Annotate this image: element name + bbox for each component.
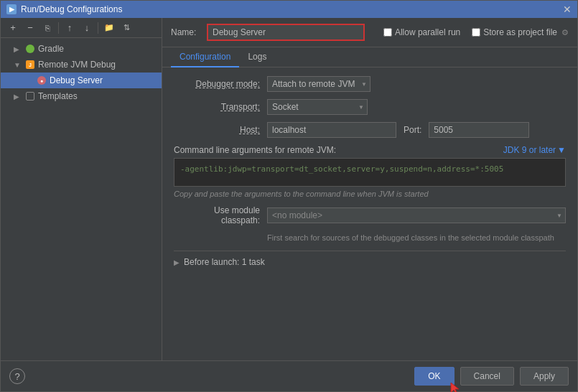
jdk-arrow-icon: ▼ bbox=[557, 145, 566, 155]
before-launch-label: Before launch: 1 task bbox=[184, 257, 265, 267]
store-as-project-input[interactable] bbox=[472, 28, 480, 37]
cmd-header: Command line arguments for remote JVM: J… bbox=[174, 145, 566, 155]
templates-arrow-icon: ▶ bbox=[14, 93, 22, 101]
host-port-row: Host: Port: bbox=[174, 122, 566, 138]
name-label: Name: bbox=[171, 27, 200, 37]
transport-label: Transport: bbox=[174, 102, 260, 112]
dialog-icon: ▶ bbox=[6, 4, 17, 14]
copy-config-button[interactable]: ⎘ bbox=[39, 20, 55, 36]
module-select-wrapper: <no module> bbox=[267, 207, 566, 223]
gear-icon: ⚙ bbox=[561, 28, 569, 37]
sidebar-item-gradle[interactable]: ▶ Gradle bbox=[1, 41, 162, 57]
host-input[interactable] bbox=[267, 122, 396, 138]
module-hint: First search for sources of the debugged… bbox=[174, 233, 566, 243]
allow-parallel-label: Allow parallel run bbox=[395, 27, 460, 37]
module-row: Use module classpath: <no module> bbox=[174, 205, 566, 225]
tab-logs[interactable]: Logs bbox=[239, 47, 275, 67]
sidebar-item-templates[interactable]: ▶ Templates bbox=[1, 88, 162, 104]
transport-select-wrapper: Socket Shared memory bbox=[267, 99, 368, 115]
top-checkboxes: Allow parallel run Store as project file… bbox=[383, 27, 569, 37]
ok-wrapper: OK bbox=[414, 367, 454, 386]
allow-parallel-checkbox[interactable]: Allow parallel run bbox=[383, 27, 460, 37]
remove-config-button[interactable]: − bbox=[22, 20, 38, 36]
jvm-icon: J bbox=[25, 60, 35, 70]
dialog-body: + − ⎘ ↑ ↓ 📁 ⇅ ▶ Gradle bbox=[1, 18, 577, 360]
debugger-mode-select[interactable]: Attach to remote JVM Listen to remote JV… bbox=[267, 76, 370, 92]
module-select[interactable]: <no module> bbox=[267, 207, 566, 223]
folder-button[interactable]: 📁 bbox=[101, 20, 117, 36]
cmd-label: Command line arguments for remote JVM: bbox=[174, 145, 336, 155]
before-launch-arrow-icon: ▶ bbox=[174, 258, 180, 266]
toolbar-separator-1 bbox=[58, 22, 59, 34]
sidebar-item-remote-jvm[interactable]: ▼ J Remote JVM Debug bbox=[1, 57, 162, 73]
jvm-arrow-icon: ▼ bbox=[14, 61, 22, 69]
debugger-mode-label: Debugger mode: bbox=[174, 79, 260, 89]
bottom-right-buttons: OK Cancel Apply bbox=[414, 367, 569, 386]
debugger-mode-row: Debugger mode: Attach to remote JVM List… bbox=[174, 76, 566, 92]
bottom-bar: ? OK Cancel Apply bbox=[1, 360, 577, 391]
close-button[interactable]: ✕ bbox=[563, 4, 572, 14]
module-label: Use module classpath: bbox=[174, 205, 260, 225]
port-label: Port: bbox=[404, 125, 421, 135]
config-content: Debugger mode: Attach to remote JVM List… bbox=[162, 67, 577, 360]
cmd-hint: Copy and paste the arguments to the comm… bbox=[174, 190, 566, 198]
debug-server-icon: ● bbox=[37, 75, 47, 85]
gradle-label: Gradle bbox=[38, 44, 64, 54]
name-input[interactable] bbox=[207, 24, 365, 41]
cmd-value-box: -agentlib:jdwp=transport=dt_socket,serve… bbox=[174, 158, 566, 187]
title-bar: ▶ Run/Debug Configurations ✕ bbox=[1, 1, 577, 18]
jdk-label: JDK 9 or later bbox=[503, 145, 556, 155]
transport-row: Transport: Socket Shared memory bbox=[174, 99, 566, 115]
cancel-button[interactable]: Cancel bbox=[460, 367, 514, 386]
toolbar-separator-2 bbox=[98, 22, 98, 34]
main-content: Name: Allow parallel run Store as projec… bbox=[162, 18, 577, 360]
name-bar: Name: Allow parallel run Store as projec… bbox=[162, 18, 577, 47]
tabs-bar: Configuration Logs bbox=[162, 47, 577, 67]
host-label: Host: bbox=[174, 125, 260, 135]
apply-button[interactable]: Apply bbox=[520, 367, 569, 386]
jdk-link[interactable]: JDK 9 or later ▼ bbox=[503, 145, 566, 155]
before-launch-section[interactable]: ▶ Before launch: 1 task bbox=[174, 251, 566, 270]
allow-parallel-input[interactable] bbox=[383, 28, 392, 37]
title-bar-left: ▶ Run/Debug Configurations bbox=[6, 4, 122, 14]
move-down-button[interactable]: ↓ bbox=[79, 20, 95, 36]
store-as-project-label: Store as project file bbox=[483, 27, 557, 37]
gradle-arrow-icon: ▶ bbox=[14, 45, 22, 53]
run-debug-dialog: ▶ Run/Debug Configurations ✕ + − ⎘ ↑ ↓ 📁… bbox=[0, 0, 578, 392]
transport-select[interactable]: Socket Shared memory bbox=[267, 99, 368, 115]
move-up-button[interactable]: ↑ bbox=[62, 20, 78, 36]
jvm-label: Remote JVM Debug bbox=[38, 60, 116, 70]
help-button[interactable]: ? bbox=[9, 368, 25, 384]
sort-button[interactable]: ⇅ bbox=[118, 20, 134, 36]
sidebar-toolbar: + − ⎘ ↑ ↓ 📁 ⇅ bbox=[1, 18, 162, 38]
debugger-mode-select-wrapper: Attach to remote JVM Listen to remote JV… bbox=[267, 76, 370, 92]
gradle-icon bbox=[25, 44, 35, 54]
dialog-title: Run/Debug Configurations bbox=[21, 4, 122, 14]
ok-button[interactable]: OK bbox=[414, 367, 454, 386]
sidebar-item-debug-server[interactable]: ● Debug Server bbox=[1, 73, 162, 88]
sidebar-tree: ▶ Gradle ▼ J Remote JVM Debug bbox=[1, 38, 162, 360]
templates-icon bbox=[25, 91, 35, 101]
templates-label: Templates bbox=[38, 91, 78, 101]
tab-configuration[interactable]: Configuration bbox=[171, 47, 239, 67]
store-as-project-checkbox[interactable]: Store as project file ⚙ bbox=[472, 27, 569, 37]
cmd-section: Command line arguments for remote JVM: J… bbox=[174, 145, 566, 198]
sidebar: + − ⎘ ↑ ↓ 📁 ⇅ ▶ Gradle bbox=[1, 18, 162, 360]
add-config-button[interactable]: + bbox=[5, 20, 21, 36]
debug-server-label: Debug Server bbox=[50, 75, 103, 85]
port-input[interactable] bbox=[429, 122, 529, 138]
